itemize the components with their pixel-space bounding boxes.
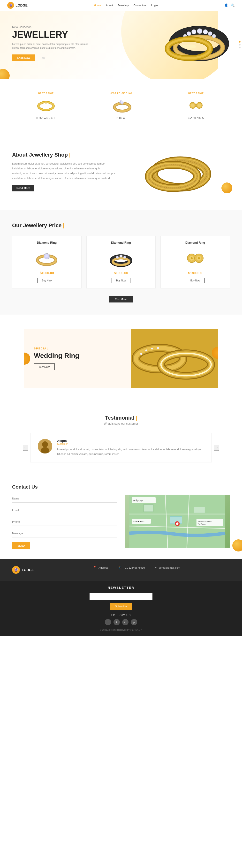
about-image [126, 145, 230, 198]
price-card-1-amount: $1000.00 [16, 271, 78, 275]
contact-section: Contact Us SEND [0, 474, 242, 559]
about-title: About Jewellery Shop | [12, 152, 116, 158]
shop-now-button[interactable]: Shop Now [12, 55, 35, 61]
testimonial-accent: | [135, 415, 137, 421]
footer-logo-icon: 🔮 [12, 566, 20, 574]
svg-text:Harbour Garden: Harbour Garden [198, 521, 212, 523]
facebook-icon[interactable]: f [105, 619, 111, 625]
svg-point-20 [50, 102, 53, 105]
wedding-buy-button[interactable]: Buy Now [34, 364, 55, 370]
buy-button-1[interactable]: Buy Now [37, 278, 56, 283]
contact-inner: SEND [12, 495, 230, 549]
footer-address: 📍 Address [93, 566, 108, 569]
name-input[interactable] [12, 495, 117, 503]
hero-ring-image [138, 11, 235, 76]
message-input[interactable] [12, 529, 117, 537]
testimonial-prev-button[interactable]: ← [23, 444, 28, 451]
location-icon: 📍 [93, 566, 96, 569]
twitter-icon[interactable]: t [114, 619, 120, 625]
nav-contact[interactable]: Contact us [133, 4, 146, 7]
social-icons: f t in p [12, 619, 230, 625]
pinterest-icon[interactable]: p [131, 619, 137, 625]
price-section-title: Our Jewellery Price | [12, 222, 230, 229]
search-icon[interactable]: 🔍 [231, 3, 235, 7]
wedding-wrapper: SPECIAL Wedding Ring Buy Now [0, 315, 242, 403]
nav-links: Home About Jewellery Contact us Login [94, 4, 157, 7]
email-input[interactable] [12, 506, 117, 514]
linkedin-icon[interactable]: in [122, 619, 128, 625]
bp-card-bracelet: BEST PRICE BRACELET [12, 88, 80, 123]
follow-title: FOLLOW US [12, 614, 230, 617]
svg-point-4 [187, 31, 191, 36]
price-card-3-amount: $1800.00 [164, 271, 226, 275]
svg-point-48 [116, 256, 119, 258]
send-button[interactable]: SEND [12, 542, 30, 549]
customer-avatar [38, 439, 52, 454]
footer-top: 🔮 LODGE 📍 Address 📱 +01 12345678910 ✉ de… [0, 559, 242, 581]
contact-title: Contact Us [12, 484, 230, 490]
newsletter-title: NEWSLETTER [12, 586, 230, 589]
svg-point-55 [191, 257, 193, 259]
svg-marker-24 [121, 100, 124, 103]
price-card-2-amount: $1000.00 [90, 271, 152, 275]
svg-point-64 [151, 348, 153, 349]
customer-role: Customer [57, 442, 204, 445]
testimonial-info: Aliqua Customer Lorem ipsum dolor sit am… [57, 439, 204, 456]
best-price-cards: BEST PRICE BRACELET bEST PRICE RING [12, 88, 230, 123]
footer-copyright: © 2022 All Rights Reserved by VIET NAM + [12, 629, 230, 631]
logo-icon: 🔮 [7, 2, 14, 9]
price-accent-icon: | [63, 222, 64, 229]
buy-button-2[interactable]: Buy Now [112, 278, 130, 283]
nav-home[interactable]: Home [94, 4, 101, 7]
svg-rect-78 [144, 504, 153, 512]
footer-logo: 🔮 LODGE [12, 566, 34, 574]
nav-about[interactable]: About [106, 4, 113, 7]
map-image: Thủy Điện 4.5 ★★★★☆ Harbour Garden Wall … [125, 495, 230, 548]
svg-point-18 [39, 102, 41, 105]
see-more-button[interactable]: See More [109, 296, 133, 303]
subscribe-button[interactable]: Subscribe [110, 603, 132, 610]
logo[interactable]: 🔮 LODGE [7, 2, 28, 9]
avatar-image [38, 439, 52, 454]
hero-title: JEWELLERY [12, 30, 90, 40]
deco-orb-hero-left [0, 69, 10, 79]
earings-image [184, 97, 208, 114]
svg-point-82 [176, 522, 179, 525]
hero-section: New Collection JEWELLERY Lorem ipsum dol… [0, 11, 242, 79]
bp-badge-bracelet: BEST PRICE [14, 92, 78, 94]
price-card-1-image [35, 248, 59, 268]
testimonial-next-button[interactable]: → [214, 444, 219, 451]
footer-brand-name: LODGE [22, 568, 34, 572]
svg-point-65 [157, 347, 159, 349]
footer: 🔮 LODGE 📍 Address 📱 +01 12345678910 ✉ de… [0, 559, 242, 636]
brand-name: LODGE [16, 3, 28, 7]
svg-rect-80 [194, 507, 205, 513]
price-card-3: Diamond Ring $1800.00 Buy Now [160, 236, 230, 288]
contact-map: Thủy Điện 4.5 ★★★★☆ Harbour Garden Wall … [125, 495, 230, 549]
price-card-2: Diamond Ring $1000.00 Buy Now [86, 236, 156, 288]
user-icon[interactable]: 👤 [224, 3, 228, 7]
svg-point-63 [145, 349, 147, 351]
svg-point-71 [42, 441, 48, 447]
hero-content: New Collection JEWELLERY Lorem ipsum dol… [12, 21, 90, 61]
about-description: Lorem ipsum dolor sit amet, consectetur … [12, 161, 116, 181]
about-content: About Jewellery Shop | Lorem ipsum dolor… [12, 152, 116, 191]
phone-input[interactable] [12, 518, 117, 526]
buy-button-3[interactable]: Buy Now [186, 278, 205, 283]
nav-login[interactable]: Login [151, 4, 158, 7]
bp-label-earings: EARINGS [164, 116, 228, 120]
svg-point-8 [208, 31, 212, 36]
customer-name: Aliqua [57, 439, 204, 442]
nav-jewellery[interactable]: Jewellery [118, 4, 129, 7]
navbar: 🔮 LODGE Home About Jewellery Contact us … [0, 0, 242, 11]
svg-text:4.5 ★★★★☆: 4.5 ★★★★☆ [133, 521, 145, 523]
testimonial-title: Testimonial | [12, 415, 230, 421]
read-more-button[interactable]: Read More [12, 185, 34, 191]
svg-point-5 [192, 30, 196, 34]
svg-marker-25 [119, 100, 121, 103]
newsletter-email-input[interactable] [90, 593, 152, 600]
testimonial-wrapper: ← Aliqua Customer Lorem ipsum dolor sit … [30, 433, 212, 462]
hero-subtitle: New Collection [12, 25, 90, 29]
newsletter-input-wrap [12, 593, 230, 600]
customer-testimonial-text: Lorem ipsum dolor sit amet, consectetur … [57, 447, 204, 456]
